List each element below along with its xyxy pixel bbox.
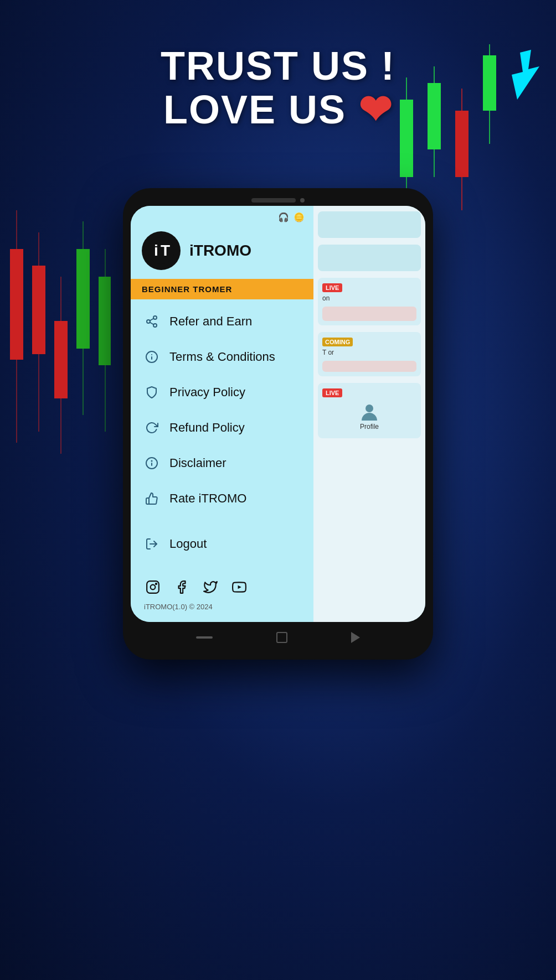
user-level-badge: BEGINNER TROMER — [131, 279, 313, 299]
menu-item-refund[interactable]: Refund Policy — [131, 410, 313, 445]
rate-label: Rate iTROMO — [169, 491, 246, 506]
refund-label: Refund Policy — [169, 421, 245, 435]
youtube-icon[interactable] — [230, 578, 248, 596]
menu-item-refer[interactable]: Refer and Earn — [131, 304, 313, 339]
svg-marker-37 — [238, 585, 241, 589]
menu-list: Refer and Earn Terms & Conditions — [131, 299, 313, 521]
logout-section: Logout — [131, 521, 313, 573]
right-content: LIVE on COMING T or LIVE — [313, 206, 425, 446]
hero-section: TRUST US ! LOVE US ❤ — [0, 44, 556, 132]
svg-rect-9 — [99, 277, 111, 365]
menu-panel: 🎧 🪙 i T iTROMO — [131, 206, 313, 622]
menu-item-disclaimer[interactable]: Disclaimer — [131, 445, 313, 481]
refer-earn-label: Refer and Earn — [169, 314, 252, 329]
privacy-label: Privacy Policy — [169, 385, 245, 400]
wallet-icon: 🪙 — [294, 212, 305, 222]
profile-area: Profile — [322, 402, 416, 431]
live-card: LIVE on — [318, 278, 421, 325]
coming-badge: COMING — [322, 338, 353, 346]
menu-item-terms[interactable]: Terms & Conditions — [131, 339, 313, 375]
menu-item-privacy[interactable]: Privacy Policy — [131, 375, 313, 410]
app-logo: i T — [142, 231, 181, 270]
svg-rect-1 — [10, 249, 23, 360]
status-bar: 🎧 🪙 — [131, 206, 313, 226]
live-badge-2: LIVE — [322, 388, 342, 397]
svg-rect-5 — [54, 321, 68, 398]
disclaimer-icon — [144, 455, 159, 471]
notch-dot — [300, 198, 305, 203]
terms-label: Terms & Conditions — [169, 350, 275, 364]
svg-point-35 — [151, 585, 156, 590]
chart-decoration-left — [0, 166, 111, 500]
twitter-icon[interactable] — [202, 578, 219, 596]
phone-mockup: 🎧 🪙 i T iTROMO — [123, 188, 433, 660]
phone-bottom-bar — [131, 624, 425, 646]
ot-text: T or — [322, 349, 416, 356]
svg-rect-34 — [147, 581, 159, 593]
copyright-text: iTROMO(1.0) © 2024 — [131, 600, 313, 622]
back-button[interactable] — [196, 636, 213, 639]
live-profile-card: LIVE Profile — [318, 383, 421, 438]
info-circle-icon — [144, 349, 159, 365]
share-icon — [144, 314, 159, 329]
app-header: i T iTROMO — [131, 226, 313, 279]
notch-pill — [251, 198, 296, 203]
heart-icon: ❤ — [358, 87, 393, 132]
live-badge: LIVE — [322, 283, 342, 292]
svg-rect-7 — [76, 249, 90, 349]
svg-line-26 — [150, 319, 154, 321]
right-row-2 — [318, 245, 421, 271]
svg-text:T: T — [161, 242, 170, 259]
refresh-icon — [144, 420, 159, 435]
on-text: on — [322, 294, 416, 302]
instagram-icon[interactable] — [144, 578, 162, 596]
recent-button[interactable] — [351, 632, 360, 643]
right-panel: LIVE on COMING T or LIVE — [313, 206, 425, 622]
social-links — [131, 573, 313, 600]
trust-us-text: TRUST US ! — [0, 44, 556, 88]
phone-screen: 🎧 🪙 i T iTROMO — [131, 206, 425, 622]
coming-card: COMING T or — [318, 332, 421, 376]
logout-label: Logout — [169, 537, 207, 551]
svg-rect-3 — [32, 266, 45, 354]
phone-notch — [131, 198, 425, 203]
love-us-text: LOVE US ❤ — [0, 88, 556, 132]
svg-point-36 — [156, 583, 157, 584]
menu-item-rate[interactable]: Rate iTROMO — [131, 481, 313, 516]
app-name-label: iTROMO — [189, 242, 251, 260]
disclaimer-label: Disclaimer — [169, 456, 226, 470]
facebook-icon[interactable] — [173, 578, 191, 596]
svg-text:i: i — [154, 242, 158, 259]
svg-line-25 — [150, 323, 154, 325]
headphone-icon: 🎧 — [278, 212, 289, 222]
svg-point-38 — [365, 405, 373, 412]
home-button[interactable] — [276, 632, 287, 643]
right-row-1 — [318, 211, 421, 238]
phone-body: 🎧 🪙 i T iTROMO — [123, 188, 433, 660]
menu-item-logout[interactable]: Logout — [131, 526, 313, 562]
profile-label: Profile — [360, 423, 379, 431]
logout-icon — [144, 536, 159, 552]
shield-icon — [144, 385, 159, 400]
thumbsup-icon — [144, 491, 159, 506]
coming-card-bar — [322, 361, 416, 372]
live-card-bar — [322, 307, 416, 321]
